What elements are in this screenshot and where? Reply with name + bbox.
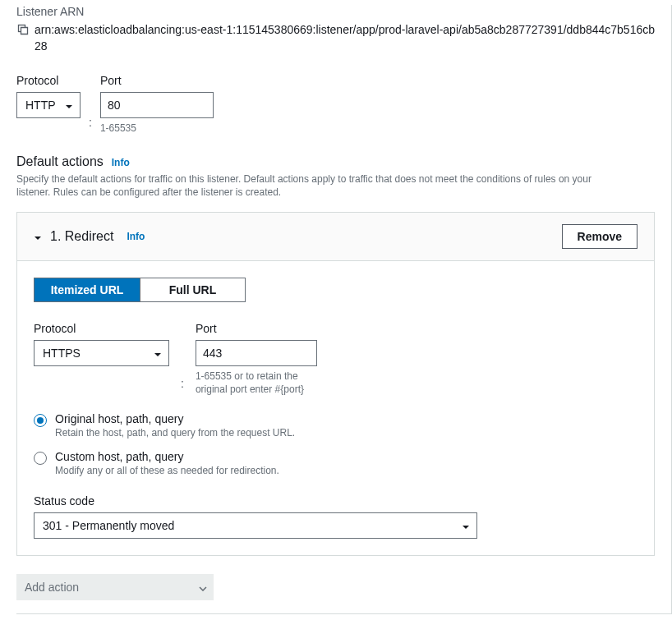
radio-original-label: Original host, path, query	[55, 412, 295, 425]
protocol-select[interactable]: HTTP	[16, 92, 81, 118]
redirect-action-card: 1. Redirect Info Remove Itemized URL Ful…	[16, 212, 655, 556]
status-code-select[interactable]: 301 - Permanently moved	[34, 512, 477, 539]
port-hint: 1-65535	[100, 122, 214, 135]
redirect-protocol-value: HTTPS	[35, 347, 168, 360]
action-info-link[interactable]: Info	[127, 231, 145, 242]
radio-custom[interactable]	[34, 452, 47, 465]
default-actions-title: Default actions	[16, 154, 104, 168]
redirect-port-input[interactable]	[196, 340, 317, 366]
redirect-port-hint: 1-65535 or to retain the original port e…	[196, 370, 327, 396]
port-label: Port	[100, 74, 214, 87]
action-title: 1. Redirect	[50, 229, 113, 244]
radio-custom-label: Custom host, path, query	[55, 450, 279, 463]
status-code-value: 301 - Permanently moved	[35, 519, 476, 532]
status-code-label: Status code	[34, 494, 637, 508]
default-actions-desc: Specify the default actions for traffic …	[16, 172, 624, 199]
radio-original[interactable]	[34, 414, 47, 427]
tab-itemized-url[interactable]: Itemized URL	[35, 278, 140, 301]
radio-original-desc: Retain the host, path, and query from th…	[55, 427, 295, 439]
tab-full-url[interactable]: Full URL	[140, 278, 245, 301]
add-action-dropdown[interactable]: Add action	[16, 574, 214, 600]
listener-arn-value: arn:aws:elasticloadbalancing:us-east-1:1…	[35, 21, 655, 54]
remove-button[interactable]: Remove	[562, 224, 637, 249]
protocol-label: Protocol	[16, 74, 81, 87]
radio-custom-desc: Modify any or all of these as needed for…	[55, 465, 279, 476]
caret-down-icon	[199, 581, 207, 594]
colon-separator: :	[181, 377, 184, 390]
colon-separator: :	[89, 116, 92, 129]
url-mode-segmented: Itemized URL Full URL	[34, 278, 246, 302]
collapse-icon[interactable]	[34, 230, 42, 243]
add-action-label: Add action	[25, 581, 79, 594]
copy-icon[interactable]	[16, 23, 30, 40]
redirect-protocol-select[interactable]: HTTPS	[34, 340, 169, 366]
redirect-port-label: Port	[196, 322, 327, 335]
redirect-protocol-label: Protocol	[34, 322, 169, 335]
port-input[interactable]	[100, 92, 214, 118]
listener-arn-label: Listener ARN	[16, 5, 655, 18]
info-link[interactable]: Info	[112, 157, 130, 168]
protocol-value: HTTP	[17, 99, 80, 112]
